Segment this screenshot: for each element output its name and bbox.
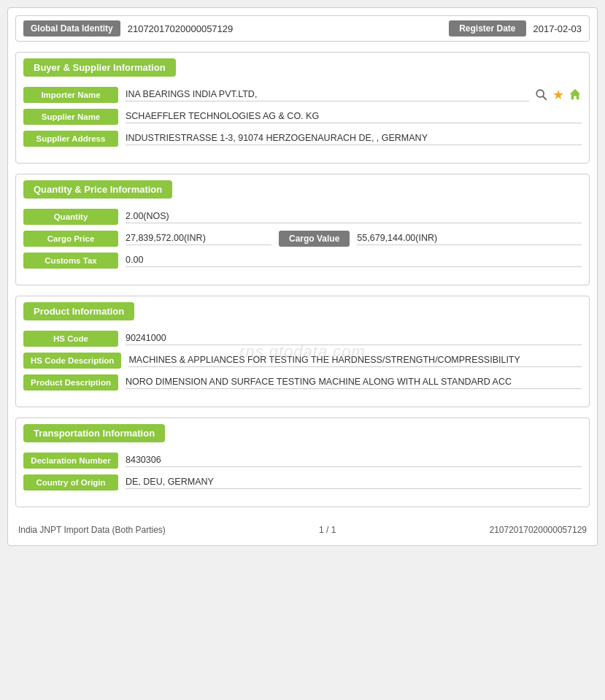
svg-marker-2 (570, 88, 580, 99)
cargo-value-value: 55,679,144.00(INR) (357, 233, 582, 245)
hs-desc-row: HS Code Description MACHINES & APPLIANCE… (23, 353, 582, 369)
quantity-price-section: Quantity & Price Information Quantity 2.… (15, 174, 590, 285)
customs-tax-label: Customs Tax (23, 253, 118, 269)
importer-icons: ★ (535, 88, 582, 103)
hs-code-row: HS Code 90241000 (23, 331, 582, 347)
hs-code-label: HS Code (23, 331, 118, 347)
country-origin-value: DE, DEU, GERMANY (126, 477, 582, 489)
transportation-title: Transportation Information (23, 424, 165, 442)
prod-desc-value: NORO DIMENSION AND SURFACE TESTING MACHI… (126, 377, 582, 389)
hs-code-value: 90241000 (126, 333, 582, 345)
cargo-price-value: 27,839,572.00(INR) (126, 233, 271, 245)
product-title: Product Information (23, 302, 134, 320)
buyer-supplier-section: Buyer & Supplier Information Importer Na… (15, 52, 590, 164)
prod-desc-row: Product Description NORO DIMENSION AND S… (23, 374, 582, 391)
prod-desc-label: Product Description (23, 374, 118, 391)
register-date-label: Register Date (449, 20, 525, 36)
footer-source: India JNPT Import Data (Both Parties) (18, 525, 166, 535)
hs-desc-label: HS Code Description (23, 353, 121, 369)
declaration-number-value: 8430306 (126, 455, 582, 467)
identity-bar: Global Data Identity 2107201702000005712… (15, 15, 590, 42)
declaration-number-row: Declaration Number 8430306 (23, 453, 582, 469)
register-date-value: 2017-02-03 (533, 23, 582, 34)
cargo-row: Cargo Price 27,839,572.00(INR) Cargo Val… (23, 231, 582, 247)
country-origin-row: Country of Origin DE, DEU, GERMANY (23, 474, 582, 491)
importer-row: Importer Name INA BEARINGS INDIA PVT.LTD… (23, 87, 582, 103)
quantity-price-title: Quantity & Price Information (23, 180, 172, 199)
supplier-row: Supplier Name SCHAEFFLER TECHNOLOGIES AG… (23, 109, 582, 125)
address-row: Supplier Address INDUSTRIESTRASSE 1-3, 9… (23, 131, 582, 147)
main-container: Global Data Identity 2107201702000005712… (7, 7, 598, 546)
footer-pagination: 1 / 1 (319, 525, 336, 535)
home-icon[interactable] (569, 88, 582, 103)
importer-value: INA BEARINGS INDIA PVT.LTD, (126, 89, 529, 101)
search-icon[interactable] (535, 88, 548, 101)
declaration-number-label: Declaration Number (23, 453, 118, 469)
quantity-row: Quantity 2.00(NOS) (23, 209, 582, 225)
global-data-identity-label: Global Data Identity (23, 20, 120, 36)
address-label: Supplier Address (23, 131, 118, 147)
customs-tax-value: 0.00 (126, 255, 582, 267)
star-icon[interactable]: ★ (552, 88, 564, 101)
hs-desc-value: MACHINES & APPLIANCES FOR TESTING THE HA… (128, 355, 582, 367)
quantity-value: 2.00(NOS) (126, 211, 582, 223)
supplier-label: Supplier Name (23, 109, 118, 125)
footer-bar: India JNPT Import Data (Both Parties) 1 … (15, 518, 590, 538)
product-section: Product Information rns.gtodata.com HS C… (15, 296, 590, 407)
supplier-value: SCHAEFFLER TECHNOLOGIES AG & CO. KG (126, 111, 582, 123)
address-value: INDUSTRIESTRASSE 1-3, 91074 HERZOGENAURA… (126, 133, 582, 145)
cargo-price-label: Cargo Price (23, 231, 118, 247)
transportation-section: Transportation Information Declaration N… (15, 418, 590, 507)
cargo-value-button: Cargo Value (279, 231, 350, 247)
quantity-label: Quantity (23, 209, 118, 225)
global-data-identity-value: 21072017020000057129 (128, 23, 449, 34)
country-origin-label: Country of Origin (23, 474, 118, 491)
svg-line-1 (543, 96, 546, 99)
customs-tax-row: Customs Tax 0.00 (23, 253, 582, 269)
buyer-supplier-title: Buyer & Supplier Information (23, 58, 176, 77)
importer-label: Importer Name (23, 87, 118, 103)
footer-id: 21072017020000057129 (490, 525, 587, 535)
